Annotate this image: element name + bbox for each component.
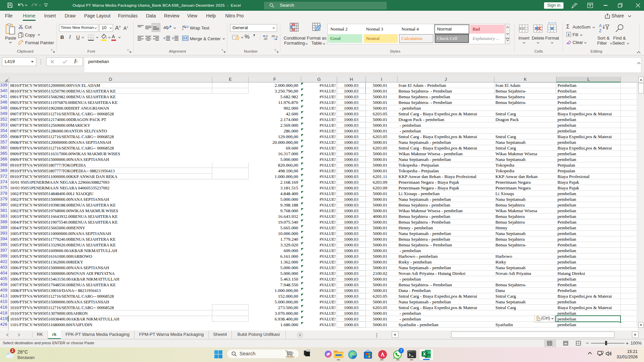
svg-text:.00: .00 xyxy=(263,37,267,40)
svg-text:.00: .00 xyxy=(271,35,275,38)
svg-text:0: 0 xyxy=(276,35,278,39)
svg-text:c: c xyxy=(182,27,184,31)
